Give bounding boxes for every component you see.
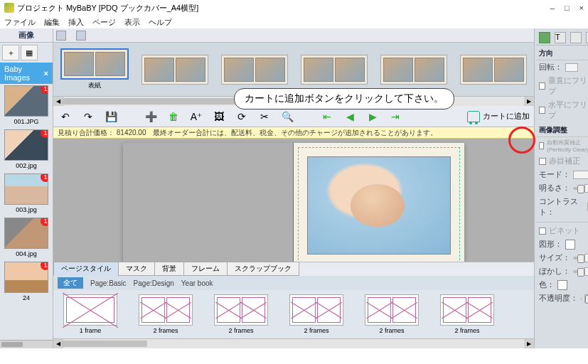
color-swatch[interactable] [557, 280, 567, 290]
next-page-button[interactable]: ▶ [365, 109, 380, 124]
canvas[interactable] [53, 139, 534, 262]
layout-item[interactable]: 2 frames [214, 294, 268, 334]
filter-basic[interactable]: Page:Basic [90, 279, 127, 287]
layout-label: 2 frames [153, 327, 178, 334]
price-bar: 見積り合計価格： 81420.00 最終オーダー合計には、配送料、税金、その他の… [53, 127, 534, 139]
brightness-slider[interactable] [573, 187, 582, 190]
layout-label: 2 frames [228, 327, 253, 334]
rotate-value[interactable] [565, 63, 578, 72]
size-value[interactable] [584, 254, 588, 262]
menu-insert[interactable]: 挿入 [68, 17, 84, 28]
section-image-adjust: 画像調整 [536, 122, 588, 137]
tab-mask[interactable]: マスク [118, 262, 155, 276]
redeye-checkbox[interactable] [539, 158, 546, 165]
filter-all[interactable]: 全て [58, 277, 83, 289]
layout-item[interactable]: 2 frames [365, 294, 419, 334]
image-item[interactable]: 1003.jpg [4, 173, 48, 213]
opacity-slider[interactable] [581, 297, 582, 300]
first-page-button[interactable]: ⇤ [319, 109, 335, 124]
close-album-icon[interactable]: × [44, 69, 48, 77]
menu-view[interactable]: 表示 [124, 17, 140, 28]
cart-icon[interactable] [467, 111, 480, 122]
menu-help[interactable]: ヘルプ [149, 17, 172, 28]
redo-button[interactable]: ↷ [80, 109, 96, 124]
tab-frame[interactable]: フレーム [183, 262, 228, 276]
layout-item[interactable]: 2 frames [289, 294, 343, 334]
image-tool-button[interactable]: 🖼 [211, 109, 227, 124]
tab-page-style[interactable]: ページスタイル [53, 262, 119, 276]
image-item[interactable]: 1004.jpg [4, 218, 48, 257]
brightness-label: 明るさ： [539, 183, 570, 193]
add-to-cart-button[interactable]: カートに追加 [483, 111, 530, 122]
text-tool-button[interactable]: A⁺ [188, 109, 204, 124]
tab-background[interactable]: 背景 [154, 262, 184, 276]
flip-v-checkbox[interactable] [539, 82, 545, 90]
image-item[interactable]: 124 [4, 262, 48, 301]
image-item[interactable]: 1001.JPG [4, 85, 48, 125]
zoom-button[interactable]: 🔍 [279, 109, 295, 124]
undo-button[interactable]: ↶ [58, 109, 73, 124]
layout-item[interactable]: 2 frames [139, 294, 193, 334]
save-button[interactable]: 💾 [103, 109, 119, 124]
last-page-button[interactable]: ⇥ [387, 109, 403, 124]
layout-item[interactable]: 1 frame [63, 294, 117, 334]
image-view-button[interactable]: ▦ [21, 45, 38, 60]
delete-page-button[interactable]: 🗑 [166, 109, 181, 124]
menu-edit[interactable]: 編集 [44, 17, 60, 28]
window-title: プロジェクト MyBaBY [PDQ ブックカバー_A4横型] [17, 3, 198, 14]
tool-icon[interactable] [76, 31, 86, 41]
image-label: 004.jpg [4, 250, 48, 257]
image-label: 001.JPG [4, 118, 48, 125]
tool-icon[interactable] [56, 31, 66, 41]
panel-icon[interactable] [570, 32, 582, 43]
page-spread[interactable] [123, 143, 464, 262]
home-icon[interactable] [539, 32, 550, 43]
filter-yearbook[interactable]: Year book [181, 279, 213, 287]
photo-frame[interactable] [298, 147, 460, 262]
size-slider[interactable] [573, 257, 582, 259]
redeye-label: 赤目補正 [549, 156, 580, 166]
album-tab-label: Baby Images [4, 65, 44, 82]
prev-page-button[interactable]: ◀ [342, 109, 358, 124]
usage-badge: 1 [41, 129, 48, 138]
brightness-value[interactable] [584, 184, 588, 193]
minimize-button[interactable]: – [550, 4, 555, 12]
blur-value[interactable] [584, 267, 588, 276]
maximize-button[interactable]: □ [565, 4, 570, 12]
vignette-checkbox[interactable] [539, 228, 546, 235]
shape-swatch[interactable] [565, 240, 575, 250]
crop-button[interactable]: ✂ [257, 109, 272, 124]
opacity-label: 不透明度： [539, 293, 578, 304]
album-tab[interactable]: Baby Images × [0, 63, 53, 84]
image-label: 24 [4, 294, 48, 301]
close-button[interactable]: × [579, 4, 584, 12]
annotation-callout: カートに追加ボタンをクリックして下さい。 [234, 88, 454, 109]
tab-scrapbook[interactable]: スクラップブック [227, 262, 299, 276]
image-item[interactable]: 1002.jpg [4, 129, 48, 169]
add-image-button[interactable]: ＋ [2, 45, 19, 60]
page-right[interactable] [294, 143, 464, 262]
menu-file[interactable]: ファイル [4, 17, 36, 28]
image-list-scrollbar[interactable] [0, 340, 53, 348]
auto-checkbox[interactable] [539, 142, 544, 149]
page-left[interactable] [123, 143, 294, 262]
text-panel-icon[interactable]: T [555, 32, 566, 43]
vignette-label: ビネット [549, 225, 580, 236]
mode-label: モード： [539, 169, 570, 180]
contrast-label: コントラスト： [539, 196, 582, 218]
layout-label: 1 frame [80, 327, 102, 334]
image-label: 003.jpg [4, 206, 48, 213]
images-section-label: 画像 [18, 30, 34, 41]
photo[interactable] [307, 156, 451, 255]
flip-h-checkbox[interactable] [539, 107, 545, 114]
layout-item[interactable]: 2 frames [440, 294, 494, 334]
add-page-button[interactable]: ➕ [143, 109, 159, 124]
layout-scrollbar[interactable]: ◀▶ [53, 338, 534, 348]
filter-design[interactable]: Page:Design [134, 279, 174, 287]
blur-slider[interactable] [573, 270, 582, 273]
menu-page[interactable]: ページ [92, 17, 116, 28]
shape-label: 図形： [539, 239, 562, 250]
mode-select[interactable] [573, 171, 588, 179]
layout-label: 2 frames [454, 327, 479, 334]
rotate-button[interactable]: ⟳ [234, 109, 250, 124]
